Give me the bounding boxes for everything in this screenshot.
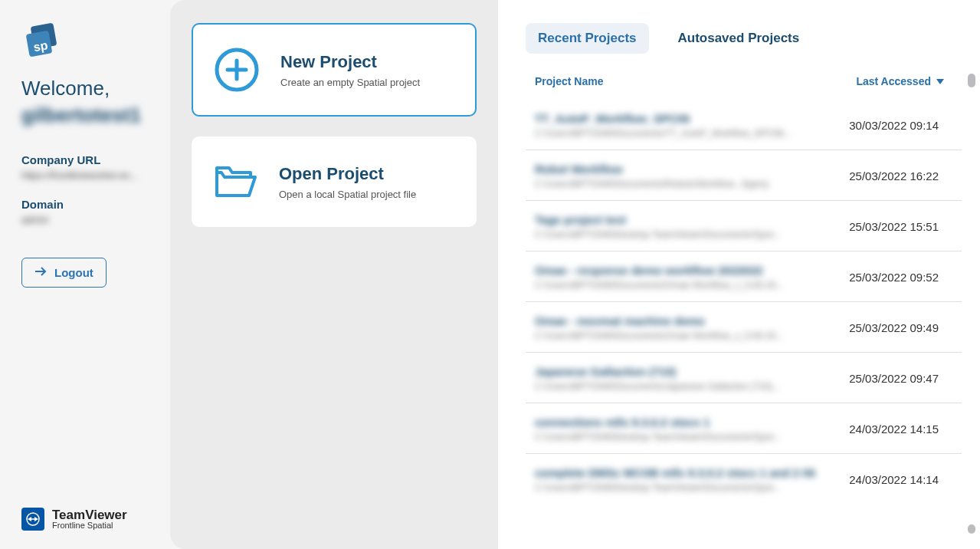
arrow-right-icon bbox=[34, 266, 48, 279]
column-project-name[interactable]: Project Name bbox=[535, 75, 856, 87]
project-path: C:\Users\BPTO040\Documents\Robots\Workfl… bbox=[535, 179, 849, 189]
welcome-text: Welcome, bbox=[21, 77, 152, 100]
project-row[interactable]: Omae - movmat machine demo C:\Users\BPTO… bbox=[526, 302, 962, 353]
chevron-down-icon bbox=[936, 75, 945, 87]
action-panel: New Project Create an empty Spatial proj… bbox=[170, 0, 498, 549]
tab-autosaved[interactable]: Autosaved Projects bbox=[666, 23, 812, 54]
app-logo: sp bbox=[21, 21, 64, 64]
project-name: Omae - movmat machine demo bbox=[535, 314, 849, 327]
footer-subtitle: Frontline Spatial bbox=[52, 521, 127, 530]
sidebar-footer: TeamViewer Frontline Spatial bbox=[21, 508, 127, 531]
domain-value: admin bbox=[21, 214, 152, 225]
new-project-title: New Project bbox=[280, 52, 420, 72]
column-last-accessed[interactable]: Last Accessed bbox=[856, 75, 945, 87]
project-row[interactable]: Omae - response demo workflow 2022022 C:… bbox=[526, 251, 962, 302]
open-project-subtitle: Open a local Spatial project file bbox=[279, 189, 416, 200]
project-date: 30/03/2022 09:14 bbox=[849, 119, 939, 132]
folder-open-icon bbox=[211, 158, 259, 205]
svg-text:sp: sp bbox=[32, 38, 49, 54]
project-date: 24/03/2022 14:14 bbox=[849, 473, 939, 486]
username-text: gilbertotest1 bbox=[21, 104, 152, 127]
project-date: 25/03/2022 09:47 bbox=[849, 372, 939, 385]
svg-marker-11 bbox=[936, 79, 944, 84]
project-path: C:\Users\BPTO040\Documents\Omae Workflow… bbox=[535, 330, 849, 341]
project-date: 25/03/2022 16:22 bbox=[849, 169, 939, 182]
logout-button[interactable]: Logout bbox=[21, 258, 107, 288]
project-row[interactable]: complete DMSc MCOB mlls 9.3.0.2 stocs 1 … bbox=[526, 454, 962, 504]
project-row[interactable]: TT_AutoP_Workflow_SPC06 C:\Users\BPTO040… bbox=[526, 100, 962, 150]
scroll-arrow-down-icon[interactable] bbox=[968, 524, 975, 534]
project-path: C:\Users\BPTO040\Desktop TeamViewer\Docu… bbox=[535, 432, 849, 442]
domain-label: Domain bbox=[21, 198, 152, 211]
company-url-value: https://frontlineworker.ex... bbox=[21, 169, 152, 181]
project-date: 25/03/2022 15:51 bbox=[849, 220, 939, 233]
project-name: TT_AutoP_Workflow_SPC06 bbox=[535, 112, 849, 125]
project-name: complete DMSc MCOB mlls 9.3.0.2 stocs 1 … bbox=[535, 466, 849, 479]
plus-circle-icon bbox=[213, 46, 261, 94]
project-name: Japanese Gallaction (710) bbox=[535, 365, 849, 378]
project-date: 24/03/2022 14:15 bbox=[849, 422, 939, 436]
scrollbar[interactable] bbox=[968, 74, 975, 534]
projects-panel: Recent Projects Autosaved Projects Proje… bbox=[498, 0, 980, 549]
project-date: 25/03/2022 09:52 bbox=[849, 271, 939, 284]
project-path: C:\Users\BPTO040\Desktop TeamViewer\Docu… bbox=[535, 229, 849, 240]
column-date-label: Last Accessed bbox=[856, 75, 931, 87]
project-row[interactable]: Tage project test C:\Users\BPTO040\Deskt… bbox=[526, 201, 962, 251]
list-header: Project Name Last Accessed bbox=[526, 75, 968, 100]
project-row[interactable]: connections mlls 9.3.0.2 stocs 1 C:\User… bbox=[526, 403, 962, 454]
project-path: C:\Users\BPTO040\Documents\TT_AutoP_Work… bbox=[535, 128, 849, 139]
scroll-thumb[interactable] bbox=[968, 74, 975, 87]
project-path: C:\Users\BPTO040\Desktop TeamViewer\Docu… bbox=[535, 482, 849, 493]
project-row[interactable]: Japanese Gallaction (710) C:\Users\BPTO0… bbox=[526, 353, 962, 403]
project-name: connections mlls 9.3.0.2 stocs 1 bbox=[535, 416, 849, 429]
new-project-subtitle: Create an empty Spatial project bbox=[280, 77, 420, 88]
project-name: Robot Workflow bbox=[535, 163, 849, 176]
footer-brand: TeamViewer bbox=[52, 508, 127, 521]
project-list[interactable]: TT_AutoP_Workflow_SPC06 C:\Users\BPTO040… bbox=[526, 100, 968, 549]
company-url-label: Company URL bbox=[21, 153, 152, 166]
project-row[interactable]: Robot Workflow C:\Users\BPTO040\Document… bbox=[526, 150, 962, 201]
open-project-title: Open Project bbox=[279, 164, 416, 184]
logout-label: Logout bbox=[54, 266, 93, 279]
teamviewer-icon bbox=[21, 508, 44, 531]
new-project-card[interactable]: New Project Create an empty Spatial proj… bbox=[192, 23, 477, 117]
project-path: C:\Users\BPTO040\Documents\Omae Workflow… bbox=[535, 280, 849, 291]
sidebar: sp Welcome, gilbertotest1 Company URL ht… bbox=[0, 0, 170, 549]
tabs: Recent Projects Autosaved Projects bbox=[526, 23, 968, 54]
project-path: C:\Users\BPTO040\Documents\Japanese Gall… bbox=[535, 381, 849, 392]
project-date: 25/03/2022 09:49 bbox=[849, 321, 939, 334]
open-project-card[interactable]: Open Project Open a local Spatial projec… bbox=[192, 136, 477, 227]
project-name: Tage project test bbox=[535, 213, 849, 226]
tab-recent[interactable]: Recent Projects bbox=[526, 23, 649, 54]
project-name: Omae - response demo workflow 2022022 bbox=[535, 264, 849, 277]
